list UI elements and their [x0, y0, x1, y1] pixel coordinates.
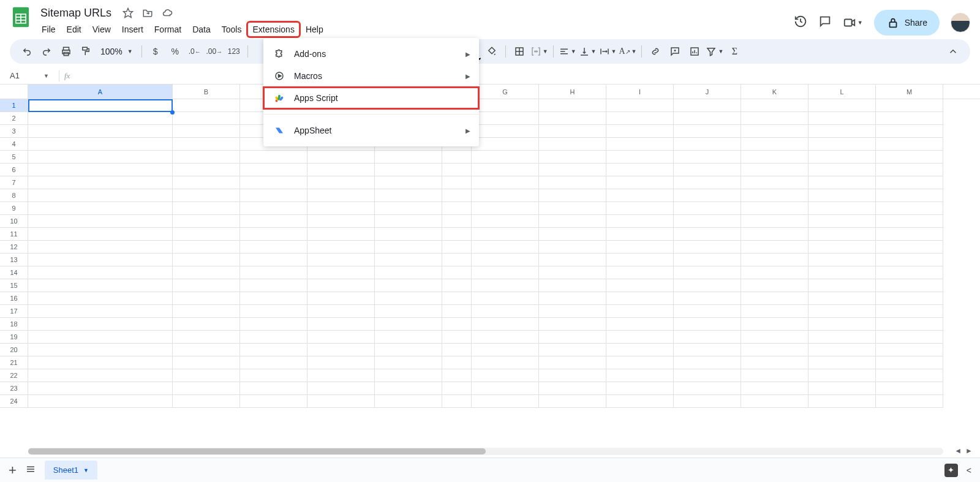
cell[interactable]	[28, 344, 173, 356]
row-header[interactable]: 4	[0, 138, 28, 151]
cell[interactable]	[809, 369, 876, 382]
cell[interactable]	[606, 151, 674, 164]
column-header[interactable]: L	[809, 85, 876, 99]
undo-button[interactable]	[18, 43, 36, 60]
column-header[interactable]: B	[173, 85, 240, 99]
cell[interactable]	[442, 395, 472, 408]
cell[interactable]	[674, 99, 741, 112]
cell[interactable]	[28, 151, 173, 164]
cell[interactable]	[240, 202, 307, 215]
cell[interactable]	[28, 356, 173, 369]
cell[interactable]	[741, 138, 809, 151]
cell[interactable]	[307, 318, 375, 331]
ext-item-appsheet[interactable]: AppSheet ▶	[263, 119, 479, 141]
column-header[interactable]: G	[472, 85, 539, 99]
cell[interactable]	[173, 305, 240, 318]
row-header[interactable]: 15	[0, 279, 28, 292]
cell[interactable]	[173, 176, 240, 189]
cell[interactable]	[28, 99, 173, 112]
cell[interactable]	[674, 112, 741, 125]
row-header[interactable]: 5	[0, 151, 28, 164]
insert-link-button[interactable]	[647, 43, 664, 60]
cell[interactable]	[472, 189, 539, 202]
cell[interactable]	[809, 138, 876, 151]
format-currency-button[interactable]: $	[147, 43, 164, 60]
cell[interactable]	[28, 266, 173, 279]
cell[interactable]	[442, 344, 472, 356]
cell[interactable]	[539, 112, 606, 125]
cell[interactable]	[809, 292, 876, 305]
cell[interactable]	[375, 305, 442, 318]
cell[interactable]	[307, 279, 375, 292]
borders-button[interactable]	[511, 43, 528, 60]
cell[interactable]	[375, 151, 442, 164]
cell[interactable]	[173, 164, 240, 176]
cell[interactable]	[876, 202, 943, 215]
menu-tools[interactable]: Tools	[217, 22, 247, 37]
cell[interactable]	[809, 164, 876, 176]
star-icon[interactable]	[123, 7, 134, 18]
cell[interactable]	[674, 215, 741, 228]
cell[interactable]	[240, 189, 307, 202]
cell[interactable]	[741, 305, 809, 318]
cell[interactable]	[606, 266, 674, 279]
cell[interactable]	[606, 241, 674, 254]
side-panel-toggle[interactable]: <	[967, 465, 971, 475]
cell[interactable]	[809, 228, 876, 241]
cell[interactable]	[28, 112, 173, 125]
cell[interactable]	[539, 279, 606, 292]
cell[interactable]	[28, 369, 173, 382]
cell[interactable]	[741, 215, 809, 228]
cell[interactable]	[307, 266, 375, 279]
cell[interactable]	[240, 279, 307, 292]
cell[interactable]	[28, 331, 173, 344]
row-header[interactable]: 1	[0, 99, 28, 112]
cell[interactable]	[28, 138, 173, 151]
share-button[interactable]: Share	[874, 10, 940, 36]
row-header[interactable]: 17	[0, 305, 28, 318]
cell[interactable]	[606, 228, 674, 241]
cell[interactable]	[307, 228, 375, 241]
cell[interactable]	[173, 241, 240, 254]
cell[interactable]	[375, 241, 442, 254]
cell[interactable]	[240, 344, 307, 356]
cell[interactable]	[28, 292, 173, 305]
cell[interactable]	[173, 292, 240, 305]
cell[interactable]	[375, 318, 442, 331]
cell[interactable]	[442, 151, 472, 164]
name-box[interactable]: A1 ▼	[5, 71, 54, 80]
cell[interactable]	[674, 369, 741, 382]
cell[interactable]	[876, 241, 943, 254]
cell[interactable]	[809, 254, 876, 266]
cell[interactable]	[472, 356, 539, 369]
cell[interactable]	[472, 164, 539, 176]
cell[interactable]	[876, 125, 943, 138]
menu-insert[interactable]: Insert	[117, 22, 148, 37]
cell[interactable]	[876, 151, 943, 164]
cell[interactable]	[674, 318, 741, 331]
vertical-align-button[interactable]: ▼	[579, 43, 597, 60]
cell[interactable]	[606, 382, 674, 395]
cell[interactable]	[674, 254, 741, 266]
cell[interactable]	[741, 292, 809, 305]
collapse-toolbar-button[interactable]	[944, 43, 962, 60]
row-header[interactable]: 23	[0, 382, 28, 395]
cell[interactable]	[674, 266, 741, 279]
cell[interactable]	[876, 292, 943, 305]
cell[interactable]	[674, 164, 741, 176]
cell[interactable]	[606, 176, 674, 189]
row-header[interactable]: 16	[0, 292, 28, 305]
explore-button[interactable]: ✦	[944, 464, 958, 477]
cell[interactable]	[375, 292, 442, 305]
cell[interactable]	[741, 266, 809, 279]
cell[interactable]	[674, 151, 741, 164]
cell[interactable]	[606, 305, 674, 318]
cell[interactable]	[809, 331, 876, 344]
cell[interactable]	[876, 318, 943, 331]
cell[interactable]	[173, 215, 240, 228]
cell[interactable]	[240, 228, 307, 241]
cell[interactable]	[307, 176, 375, 189]
cell[interactable]	[28, 176, 173, 189]
cell[interactable]	[606, 356, 674, 369]
all-sheets-button[interactable]	[25, 464, 36, 477]
